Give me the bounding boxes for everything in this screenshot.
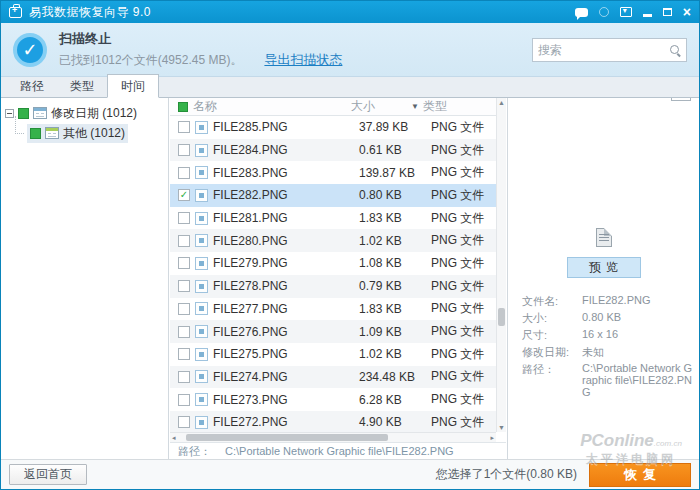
export-scan-status-link[interactable]: 导出扫描状态 <box>264 51 342 69</box>
column-header-size[interactable]: 大小 <box>351 98 375 115</box>
main-area: 修改日期 (1012) 其他 (1012) 名称 大小 ▼ <box>1 98 699 459</box>
tree-node-other[interactable]: 其他 (1012) <box>1 123 168 143</box>
horizontal-scrollbar[interactable]: ◂ ▸ <box>170 432 496 442</box>
cell-name: FILE281.PNG <box>213 211 359 225</box>
tree-checkbox[interactable] <box>30 128 41 139</box>
table-row[interactable]: FILE277.PNG1.83 KBPNG 文件 <box>170 298 496 321</box>
png-file-icon <box>195 325 208 338</box>
cell-name: FILE273.PNG <box>213 393 359 407</box>
close-button[interactable]: × <box>683 5 691 19</box>
detail-label: 修改日期: <box>522 345 582 360</box>
table-row[interactable]: FILE275.PNG1.02 KBPNG 文件 <box>170 343 496 366</box>
cell-size: 1.08 KB <box>359 256 431 270</box>
feedback-icon[interactable] <box>575 8 588 17</box>
cell-size: 0.79 KB <box>359 279 431 293</box>
row-checkbox[interactable] <box>178 280 190 292</box>
png-file-icon <box>195 166 208 179</box>
cell-size: 139.87 KB <box>359 166 431 180</box>
png-file-icon <box>195 302 208 315</box>
search-box[interactable] <box>532 38 687 62</box>
row-checkbox[interactable] <box>178 371 190 383</box>
tray-icon[interactable] <box>620 7 632 17</box>
cell-size: 4.90 KB <box>359 415 431 429</box>
cell-size: 1.02 KB <box>359 234 431 248</box>
table-row[interactable]: FILE281.PNG1.83 KBPNG 文件 <box>170 207 496 230</box>
file-list-header: 名称 大小 ▼ 类型 <box>170 98 506 116</box>
preview-button[interactable]: 预览 <box>567 257 641 278</box>
table-row[interactable]: FILE280.PNG1.02 KBPNG 文件 <box>170 229 496 252</box>
back-home-button[interactable]: 返回首页 <box>9 464 87 485</box>
detail-field: 路径：C:\Portable Network Graphic file\FILE… <box>522 362 695 398</box>
row-checkbox[interactable] <box>178 235 190 247</box>
column-header-type[interactable]: 类型 <box>423 98 506 115</box>
table-row[interactable]: FILE276.PNG1.09 KBPNG 文件 <box>170 320 496 343</box>
row-checkbox[interactable] <box>178 416 190 428</box>
tree-node-modified-date[interactable]: 修改日期 (1012) <box>1 103 168 123</box>
sort-descending-icon[interactable]: ▼ <box>411 102 419 111</box>
detail-value: 16 x 16 <box>582 328 695 343</box>
table-row[interactable]: FILE274.PNG234.48 KBPNG 文件 <box>170 366 496 389</box>
file-details: 文件名:FILE282.PNG大小:0.80 KB尺寸:16 x 16修改日期:… <box>522 294 695 398</box>
table-row[interactable]: FILE285.PNG37.89 KBPNG 文件 <box>170 116 496 139</box>
tab-1[interactable]: 类型 <box>57 75 107 97</box>
detail-label: 路径： <box>522 362 582 398</box>
table-row[interactable]: ✓FILE282.PNG0.80 KBPNG 文件 <box>170 184 496 207</box>
detail-field: 修改日期:未知 <box>522 345 695 360</box>
table-row[interactable]: FILE273.PNG6.28 KBPNG 文件 <box>170 388 496 411</box>
cell-size: 1.09 KB <box>359 325 431 339</box>
vertical-scrollbar[interactable]: ▲ ▼ <box>496 98 506 432</box>
row-checkbox[interactable]: ✓ <box>178 189 190 201</box>
calendar-icon <box>45 127 59 139</box>
row-checkbox[interactable] <box>178 121 190 133</box>
row-checkbox[interactable] <box>178 303 190 315</box>
cell-name: FILE282.PNG <box>213 188 359 202</box>
collapse-icon[interactable] <box>5 109 14 118</box>
column-header-name[interactable]: 名称 <box>193 98 217 115</box>
app-logo-icon <box>9 7 22 18</box>
row-checkbox[interactable] <box>178 167 190 179</box>
recover-button[interactable]: 恢复 <box>589 463 691 487</box>
scroll-down-icon[interactable]: ▼ <box>497 424 506 431</box>
scroll-up-icon[interactable]: ▲ <box>497 99 506 106</box>
detail-value: FILE282.PNG <box>582 294 695 309</box>
row-checkbox[interactable] <box>178 348 190 360</box>
tab-0[interactable]: 路径 <box>7 75 57 97</box>
cell-size: 1.83 KB <box>359 211 431 225</box>
scan-status-header: ✓ 扫描终止 已找到1012个文件(4952.45 MB)。 导出扫描状态 <box>1 23 699 77</box>
png-file-icon <box>195 393 208 406</box>
detail-label: 尺寸: <box>522 328 582 343</box>
cell-name: FILE285.PNG <box>213 120 359 134</box>
row-checkbox[interactable] <box>178 394 190 406</box>
cell-name: FILE274.PNG <box>213 370 359 384</box>
history-icon[interactable] <box>599 7 609 17</box>
cell-name: FILE279.PNG <box>213 256 359 270</box>
png-file-icon <box>195 121 208 134</box>
cell-type: PNG 文件 <box>431 278 496 295</box>
cell-name: FILE283.PNG <box>213 166 359 180</box>
table-row[interactable]: FILE278.PNG0.79 KBPNG 文件 <box>170 275 496 298</box>
table-row[interactable]: FILE272.PNG4.90 KBPNG 文件 <box>170 411 496 432</box>
cell-type: PNG 文件 <box>431 346 496 363</box>
row-checkbox[interactable] <box>178 144 190 156</box>
row-checkbox[interactable] <box>178 257 190 269</box>
select-all-checkbox[interactable] <box>178 102 188 112</box>
detail-label: 文件名: <box>522 294 582 309</box>
row-checkbox[interactable] <box>178 326 190 338</box>
vertical-scroll-thumb[interactable] <box>498 308 505 326</box>
table-row[interactable]: FILE283.PNG139.87 KBPNG 文件 <box>170 161 496 184</box>
cell-name: FILE280.PNG <box>213 234 359 248</box>
horizontal-scroll-thumb[interactable] <box>186 434 388 441</box>
minimize-button[interactable] <box>643 8 652 17</box>
search-input[interactable] <box>538 43 669 57</box>
tab-2[interactable]: 时间 <box>107 74 159 98</box>
search-icon[interactable] <box>669 44 681 56</box>
cell-name: FILE284.PNG <box>213 143 359 157</box>
cell-type: PNG 文件 <box>431 300 496 317</box>
row-checkbox[interactable] <box>178 212 190 224</box>
table-row[interactable]: FILE279.PNG1.08 KBPNG 文件 <box>170 252 496 275</box>
selected-file-path-bar: 路径： C:\Portable Network Graphic file\FIL… <box>170 442 506 459</box>
path-label: 路径： <box>178 444 211 459</box>
table-row[interactable]: FILE284.PNG0.61 KBPNG 文件 <box>170 139 496 162</box>
maximize-button[interactable] <box>663 8 672 16</box>
png-file-icon <box>195 348 208 361</box>
